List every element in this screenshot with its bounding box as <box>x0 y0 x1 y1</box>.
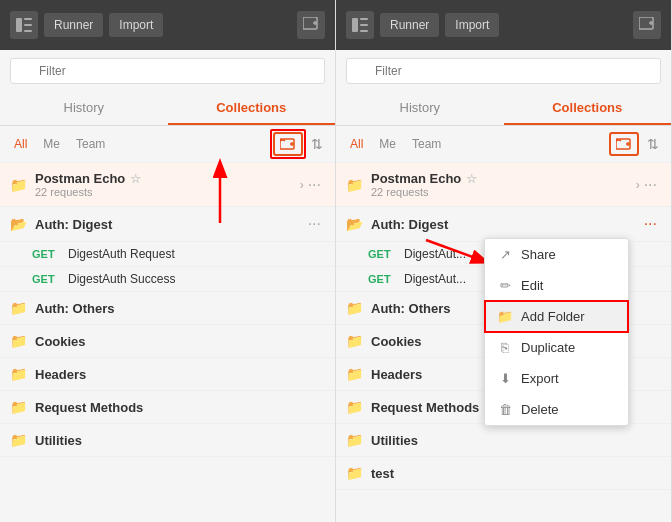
filter-me-left[interactable]: Me <box>39 135 64 153</box>
collection-name-text: Request Methods <box>35 400 143 415</box>
tab-collections-left[interactable]: Collections <box>168 92 336 125</box>
context-menu-export[interactable]: ⬇ Export <box>485 363 628 394</box>
menu-item-label: Delete <box>521 402 559 417</box>
folder-icon: 📁 <box>10 333 27 349</box>
folder-icon: 📁 <box>346 333 363 349</box>
collection-name-text: Auth: Digest <box>35 217 112 232</box>
collection-auth-digest-left[interactable]: 📂 Auth: Digest ··· <box>0 207 335 242</box>
menu-item-label: Duplicate <box>521 340 575 355</box>
dots-menu-button[interactable]: ··· <box>304 176 325 194</box>
export-icon: ⬇ <box>497 371 513 386</box>
tab-history-right[interactable]: History <box>336 92 504 125</box>
folder-icon: 📁 <box>346 465 363 481</box>
runner-button[interactable]: Runner <box>44 13 103 37</box>
import-button-right[interactable]: Import <box>445 13 499 37</box>
method-badge: GET <box>32 248 62 260</box>
collection-name-text: Postman Echo <box>35 171 125 186</box>
collection-request-methods-left[interactable]: 📁 Request Methods <box>0 391 335 424</box>
method-badge: GET <box>368 273 398 285</box>
collection-meta: 22 requests <box>35 186 300 198</box>
left-filter-row: All Me Team ⇅ <box>0 126 335 163</box>
right-panel: Runner Import 🔍 History Collections All … <box>336 0 672 522</box>
folder-icon: 📁 <box>10 300 27 316</box>
context-menu-add-folder[interactable]: 📁 Add Folder <box>485 301 628 332</box>
collection-postman-echo-right[interactable]: 📁 Postman Echo ☆ 22 requests › ··· <box>336 163 671 207</box>
context-menu-delete[interactable]: 🗑 Delete <box>485 394 628 425</box>
folder-icon: 📁 <box>346 366 363 382</box>
collection-cookies-left[interactable]: 📁 Cookies <box>0 325 335 358</box>
left-collection-list: 📁 Postman Echo ☆ 22 requests › ··· 📂 Aut… <box>0 163 335 522</box>
collection-name-text: test <box>371 466 394 481</box>
svg-rect-12 <box>352 18 358 32</box>
request-name: DigestAuth Request <box>68 247 175 261</box>
runner-button-right[interactable]: Runner <box>380 13 439 37</box>
collection-utilities-left[interactable]: 📁 Utilities <box>0 424 335 457</box>
new-collection-button-right[interactable] <box>609 132 639 156</box>
collection-name-text: Auth: Others <box>35 301 114 316</box>
sort-icon-right[interactable]: ⇅ <box>645 134 661 154</box>
dots-menu-button-active[interactable]: ··· <box>640 215 661 233</box>
edit-icon: ✏ <box>497 278 513 293</box>
left-tabs: History Collections <box>0 92 335 126</box>
sidebar-toggle-icon[interactable] <box>10 11 38 39</box>
menu-item-label: Edit <box>521 278 543 293</box>
folder-icon: 📁 <box>10 432 27 448</box>
right-filter-row: All Me Team ⇅ <box>336 126 671 163</box>
collection-name-text: Utilities <box>371 433 418 448</box>
tab-history-left[interactable]: History <box>0 92 168 125</box>
sort-icon-left[interactable]: ⇅ <box>309 134 325 154</box>
share-icon: ↗ <box>497 247 513 262</box>
right-search-input[interactable] <box>346 58 661 84</box>
sidebar-toggle-icon[interactable] <box>346 11 374 39</box>
left-search-bar: 🔍 <box>0 50 335 92</box>
filter-team-right[interactable]: Team <box>408 135 445 153</box>
context-menu: ↗ Share ✏ Edit 📁 Add Folder ⎘ Duplicate … <box>484 238 629 426</box>
collection-name-text: Request Methods <box>371 400 479 415</box>
collection-auth-others-left[interactable]: 📁 Auth: Others <box>0 292 335 325</box>
filter-team-left[interactable]: Team <box>72 135 109 153</box>
context-menu-share[interactable]: ↗ Share <box>485 239 628 270</box>
request-name: DigestAut... <box>404 272 466 286</box>
dots-menu-button[interactable]: ··· <box>304 215 325 233</box>
filter-all-right[interactable]: All <box>346 135 367 153</box>
dots-menu-button[interactable]: ··· <box>640 176 661 194</box>
right-search-bar: 🔍 <box>336 50 671 92</box>
collection-utilities-right[interactable]: 📁 Utilities <box>336 424 671 457</box>
tab-collections-right[interactable]: Collections <box>504 92 672 125</box>
method-badge: GET <box>368 248 398 260</box>
svg-rect-0 <box>16 18 22 32</box>
menu-item-label: Export <box>521 371 559 386</box>
context-menu-duplicate[interactable]: ⎘ Duplicate <box>485 332 628 363</box>
star-icon[interactable]: ☆ <box>130 172 141 186</box>
left-toolbar: Runner Import <box>0 0 335 50</box>
collection-name-text: Headers <box>371 367 422 382</box>
collection-auth-digest-right[interactable]: 📂 Auth: Digest ··· <box>336 207 671 242</box>
left-search-input[interactable] <box>10 58 325 84</box>
left-panel: Runner Import 🔍 History Collections All … <box>0 0 336 522</box>
collection-postman-echo-left[interactable]: 📁 Postman Echo ☆ 22 requests › ··· <box>0 163 335 207</box>
svg-rect-2 <box>24 24 32 26</box>
svg-rect-15 <box>360 30 368 32</box>
collection-test-right[interactable]: 📁 test <box>336 457 671 490</box>
menu-item-label: Add Folder <box>521 309 585 324</box>
folder-icon: 📁 <box>346 399 363 415</box>
star-icon[interactable]: ☆ <box>466 172 477 186</box>
sub-item-digestauth-success-left[interactable]: GET DigestAuth Success <box>0 267 335 292</box>
context-menu-edit[interactable]: ✏ Edit <box>485 270 628 301</box>
delete-icon: 🗑 <box>497 402 513 417</box>
import-button[interactable]: Import <box>109 13 163 37</box>
new-tab-icon-right[interactable] <box>633 11 661 39</box>
collection-name-text: Cookies <box>35 334 86 349</box>
filter-me-right[interactable]: Me <box>375 135 400 153</box>
new-tab-icon[interactable] <box>297 11 325 39</box>
svg-rect-13 <box>360 18 368 20</box>
duplicate-icon: ⎘ <box>497 340 513 355</box>
folder-icon: 📂 <box>10 216 27 232</box>
svg-rect-3 <box>24 30 32 32</box>
sub-item-digestauth-request-left[interactable]: GET DigestAuth Request <box>0 242 335 267</box>
collection-headers-left[interactable]: 📁 Headers <box>0 358 335 391</box>
new-collection-button-left[interactable] <box>273 132 303 156</box>
filter-all-left[interactable]: All <box>10 135 31 153</box>
request-name: DigestAut... <box>404 247 466 261</box>
folder-icon: 📁 <box>346 177 363 193</box>
